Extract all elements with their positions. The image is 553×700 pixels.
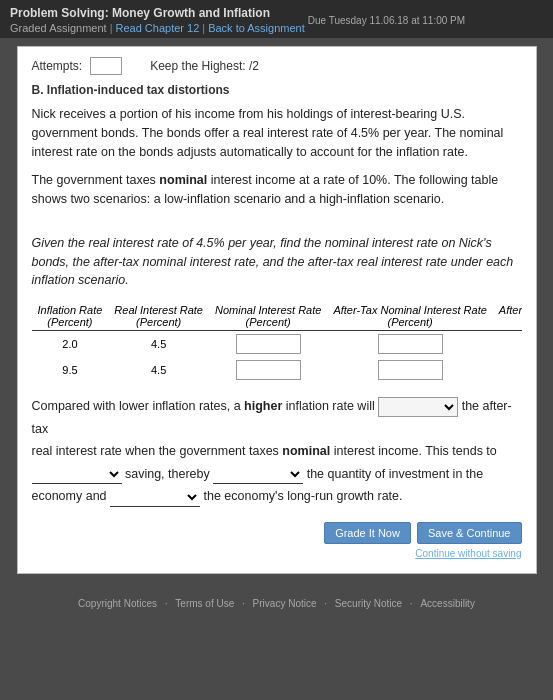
cell-at-real-1[interactable] <box>493 357 522 383</box>
col-at-nominal-paren: (Percent) <box>333 316 486 328</box>
cell-real-0: 4.5 <box>108 331 209 358</box>
cell-at-nominal-1[interactable] <box>327 357 492 383</box>
fill4-suffix: the economy's long-run growth rate. <box>200 489 403 503</box>
col-nominal-paren: (Percent) <box>215 316 321 328</box>
col-real-paren: (Percent) <box>114 316 203 328</box>
fill-sentence-block: Compared with lower inflation rates, a h… <box>32 395 522 508</box>
dropdown-saving[interactable]: decreaseincrease <box>32 464 122 484</box>
italic-prompt: Given the real interest rate of 4.5% per… <box>32 234 522 290</box>
separator-2: | <box>202 22 205 34</box>
footer-link-2[interactable]: Privacy Notice <box>253 598 317 609</box>
fill1-middle: inflation rate will <box>282 399 378 413</box>
attempts-label: Attempts: <box>32 59 83 73</box>
col-at-nominal-name: After-Tax Nominal Interest Rate <box>333 304 486 316</box>
input-nominal-0[interactable] <box>236 334 301 354</box>
fill3-suffix: the quantity of investment in the <box>303 467 483 481</box>
input-nominal-1[interactable] <box>236 360 301 380</box>
col-real-name: Real Interest Rate <box>114 304 203 316</box>
fill1-prefix: Compared with lower inflation rates, a <box>32 399 245 413</box>
dropdown-growth[interactable]: decreaseincrease <box>110 487 200 507</box>
col-header-after-tax-real: After-Tax Real Interest Rate (Percent) <box>493 302 522 331</box>
footer-link-0[interactable]: Copyright Notices <box>78 598 157 609</box>
col-header-nominal: Nominal Interest Rate (Percent) <box>209 302 327 331</box>
fill2-bold: nominal <box>282 444 330 458</box>
footer-sep-2: · <box>322 598 330 609</box>
cell-inflation-1: 9.5 <box>32 357 109 383</box>
footer-sep-0: · <box>162 598 170 609</box>
interest-rate-table: Inflation Rate (Percent) Real Interest R… <box>32 302 522 383</box>
cell-inflation-0: 2.0 <box>32 331 109 358</box>
footer-sep-1: · <box>239 598 247 609</box>
breadcrumb-nav: Graded Assignment | Read Chapter 12 | Ba… <box>10 22 543 34</box>
col-nominal-name: Nominal Interest Rate <box>215 304 321 316</box>
keep-highest-label: Keep the Highest: /2 <box>150 59 259 73</box>
due-date: Due Tuesday 11.06.18 at 11:00 PM <box>308 15 465 26</box>
interest-rate-table-container: Inflation Rate (Percent) Real Interest R… <box>32 302 522 383</box>
cell-nominal-1[interactable] <box>209 357 327 383</box>
table-row: 2.0 4.5 <box>32 331 522 358</box>
nav-graded-assignment: Graded Assignment <box>10 22 107 34</box>
fill2-suffix: interest income. This tends to <box>330 444 497 458</box>
fill4-prefix: economy and <box>32 489 111 503</box>
cell-nominal-0[interactable] <box>209 331 327 358</box>
page-wrapper: Problem Solving: Money Growth and Inflat… <box>0 0 553 615</box>
table-header-row: Inflation Rate (Percent) Real Interest R… <box>32 302 522 331</box>
footer-link-3[interactable]: Security Notice <box>335 598 402 609</box>
dropdown-inflation-effect[interactable]: decreaseincreasenot change <box>378 397 458 417</box>
continue-without-saving-link[interactable]: Continue without saving <box>32 548 522 559</box>
attempts-row: Attempts: Keep the Highest: /2 <box>32 57 522 75</box>
question-label: B. Inflation-induced tax distortions <box>32 83 522 97</box>
para2-bold: nominal <box>159 173 207 187</box>
fill2-prefix: real interest rate when the government t… <box>32 444 283 458</box>
col-header-after-tax-nominal: After-Tax Nominal Interest Rate (Percent… <box>327 302 492 331</box>
header-bar: Problem Solving: Money Growth and Inflat… <box>0 0 553 38</box>
nav-read-chapter-link[interactable]: Read Chapter 12 <box>115 22 199 34</box>
footer-bar: Copyright Notices · Terms of Use · Priva… <box>0 592 553 615</box>
col-inflation-paren: (Percent) <box>38 316 103 328</box>
col-header-real: Real Interest Rate (Percent) <box>108 302 209 331</box>
col-at-real-paren: (Percent) <box>499 316 522 328</box>
input-at-nominal-1[interactable] <box>378 360 443 380</box>
input-at-nominal-0[interactable] <box>378 334 443 354</box>
buttons-row: Grade It Now Save & Continue <box>32 522 522 544</box>
col-inflation-name: Inflation Rate <box>38 304 103 316</box>
question-para-2: The government taxes nominal interest in… <box>32 171 522 209</box>
table-row: 9.5 4.5 <box>32 357 522 383</box>
separator-1: | <box>110 22 113 34</box>
footer-sep-3: · <box>407 598 415 609</box>
col-at-real-name: After-Tax Real Interest Rate <box>499 304 522 316</box>
dropdown-investment[interactable]: decreaseincrease <box>213 464 303 484</box>
footer-link-4[interactable]: Accessibility <box>420 598 474 609</box>
main-content-panel: Attempts: Keep the Highest: /2 B. Inflat… <box>17 46 537 574</box>
question-para-1: Nick receives a portion of his income fr… <box>32 105 522 161</box>
save-continue-button[interactable]: Save & Continue <box>417 522 522 544</box>
para2-prefix: The government taxes <box>32 173 160 187</box>
grade-it-now-button[interactable]: Grade It Now <box>324 522 411 544</box>
footer-link-1[interactable]: Terms of Use <box>175 598 234 609</box>
back-to-assignment-link[interactable]: Back to Assignment <box>208 22 305 34</box>
cell-real-1: 4.5 <box>108 357 209 383</box>
cell-at-real-0[interactable] <box>493 331 522 358</box>
col-header-inflation: Inflation Rate (Percent) <box>32 302 109 331</box>
cell-at-nominal-0[interactable] <box>327 331 492 358</box>
fill3-middle: saving, thereby <box>122 467 214 481</box>
fill1-bold: higher <box>244 399 282 413</box>
attempts-input-box <box>90 57 122 75</box>
